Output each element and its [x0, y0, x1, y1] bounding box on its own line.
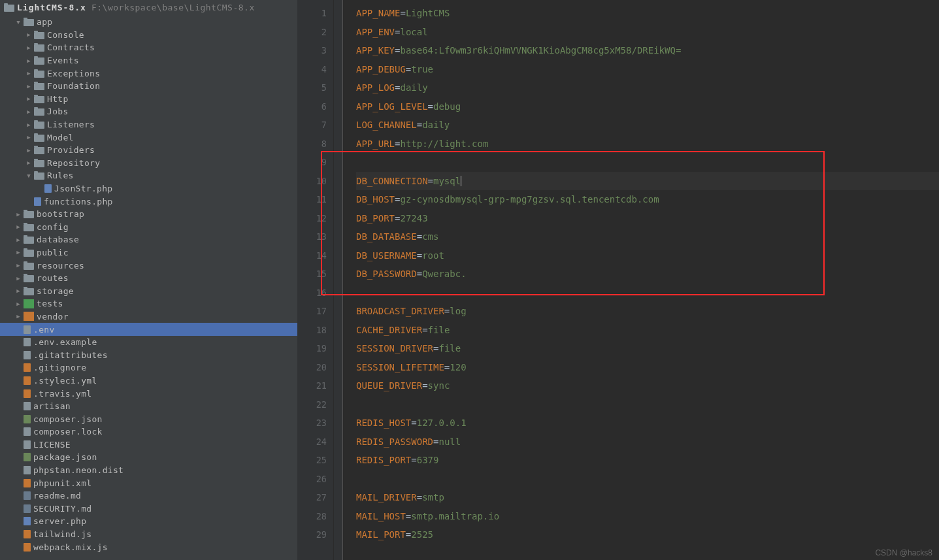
chevron-right-icon[interactable]: [25, 82, 33, 90]
tree-item[interactable]: routes: [0, 272, 297, 285]
code-line[interactable]: APP_ENV=local: [356, 23, 939, 42]
tree-item[interactable]: Providers: [0, 144, 297, 157]
project-sidebar[interactable]: LightCMS-8.x F:\workspace\base\LightCMS-…: [0, 0, 297, 560]
chevron-right-icon[interactable]: [25, 108, 33, 116]
chevron-right-icon[interactable]: [25, 121, 33, 129]
file-icon: [24, 479, 31, 487]
code-line[interactable]: DB_DATABASE=cms: [356, 227, 939, 246]
code-line[interactable]: DB_PASSWORD=Qwerabc.: [356, 265, 939, 284]
code-line[interactable]: APP_LOG=daily: [356, 78, 939, 97]
code-line[interactable]: MAIL_PORT=2525: [356, 525, 939, 544]
chevron-right-icon[interactable]: [25, 31, 33, 39]
tree-item[interactable]: .gitignore: [0, 361, 297, 374]
tree-item[interactable]: Model: [0, 131, 297, 144]
tree-item[interactable]: public: [0, 246, 297, 259]
tree-item[interactable]: webpack.mix.js: [0, 540, 297, 553]
tree-item[interactable]: Jobs: [0, 105, 297, 118]
code-line[interactable]: BROADCAST_DRIVER=log: [356, 302, 939, 321]
code-line[interactable]: APP_DEBUG=true: [356, 60, 939, 79]
tree-item[interactable]: composer.lock: [0, 425, 297, 438]
tree-item[interactable]: Exceptions: [0, 67, 297, 80]
code-line[interactable]: DB_CONNECTION=mysql: [356, 172, 939, 191]
code-line[interactable]: CACHE_DRIVER=file: [356, 321, 939, 340]
tree-item[interactable]: .styleci.yml: [0, 374, 297, 387]
chevron-down-icon[interactable]: [14, 18, 22, 26]
editor-pane[interactable]: 1234567891011121314151617181920212223242…: [297, 0, 939, 560]
tree-item[interactable]: Foundation: [0, 80, 297, 93]
tree-item[interactable]: tailwind.js: [0, 528, 297, 541]
code-line[interactable]: APP_KEY=base64:LfOwm3r6kiQHmVVNGK1KioAbg…: [356, 41, 939, 60]
code-line[interactable]: REDIS_PASSWORD=null: [356, 433, 939, 452]
code-line[interactable]: QUEUE_DRIVER=sync: [356, 376, 939, 395]
chevron-right-icon[interactable]: [14, 312, 22, 320]
tree-item[interactable]: artisan: [0, 400, 297, 413]
tree-item[interactable]: phpunit.xml: [0, 476, 297, 489]
code-line[interactable]: APP_LOG_LEVEL=debug: [356, 97, 939, 116]
tree-item[interactable]: app: [0, 16, 297, 29]
code-line[interactable]: [356, 395, 939, 414]
file-icon: [24, 491, 31, 500]
tree-item[interactable]: config: [0, 221, 297, 234]
chevron-right-icon[interactable]: [14, 261, 22, 269]
tree-item[interactable]: Http: [0, 93, 297, 106]
chevron-right-icon[interactable]: [14, 248, 22, 256]
tree-item[interactable]: resources: [0, 259, 297, 272]
chevron-right-icon[interactable]: [25, 69, 33, 77]
code-line[interactable]: [356, 153, 939, 172]
tree-item[interactable]: package.json: [0, 451, 297, 464]
chevron-right-icon[interactable]: [25, 44, 33, 52]
tree-item[interactable]: SECURITY.md: [0, 502, 297, 516]
project-tree[interactable]: appConsoleContractsEventsExceptionsFound…: [0, 14, 297, 555]
chevron-right-icon[interactable]: [14, 287, 22, 295]
tree-item[interactable]: .env.example: [0, 336, 297, 349]
chevron-right-icon[interactable]: [14, 210, 22, 218]
chevron-down-icon[interactable]: [25, 172, 33, 180]
tree-item[interactable]: vendor: [0, 310, 297, 323]
chevron-right-icon[interactable]: [14, 223, 22, 231]
chevron-right-icon[interactable]: [25, 159, 33, 167]
tree-item[interactable]: database: [0, 233, 297, 246]
tree-item[interactable]: bootstrap: [0, 208, 297, 221]
code-line[interactable]: REDIS_PORT=6379: [356, 451, 939, 470]
code-line[interactable]: APP_URL=http://light.com: [356, 135, 939, 154]
code-line[interactable]: [356, 284, 939, 303]
code-line[interactable]: SESSION_DRIVER=file: [356, 339, 939, 358]
tree-item[interactable]: readme.md: [0, 489, 297, 502]
code-line[interactable]: DB_HOST=gz-cynosdbmysql-grp-mpg7gzsv.sql…: [356, 190, 939, 209]
chevron-right-icon[interactable]: [14, 300, 22, 308]
code-line[interactable]: DB_PORT=27243: [356, 209, 939, 228]
tree-item[interactable]: phpstan.neon.dist: [0, 464, 297, 477]
tree-item[interactable]: JsonStr.php: [0, 182, 297, 195]
chevron-right-icon[interactable]: [25, 146, 33, 154]
tree-item[interactable]: Rules: [0, 169, 297, 182]
tree-item[interactable]: Contracts: [0, 41, 297, 54]
tree-item[interactable]: LICENSE: [0, 438, 297, 452]
tree-item[interactable]: Console: [0, 29, 297, 42]
project-header[interactable]: LightCMS-8.x F:\workspace\base\LightCMS-…: [0, 0, 297, 14]
tree-item[interactable]: storage: [0, 284, 297, 297]
tree-item[interactable]: .travis.yml: [0, 387, 297, 400]
chevron-right-icon[interactable]: [14, 274, 22, 282]
tree-item[interactable]: Listeners: [0, 118, 297, 131]
code-line[interactable]: MAIL_HOST=smtp.mailtrap.io: [356, 507, 939, 526]
chevron-right-icon[interactable]: [25, 133, 33, 141]
chevron-right-icon[interactable]: [14, 236, 22, 244]
code-line[interactable]: SESSION_LIFETIME=120: [356, 358, 939, 377]
code-line[interactable]: REDIS_HOST=127.0.0.1: [356, 414, 939, 433]
tree-item[interactable]: .env: [0, 323, 297, 336]
tree-item[interactable]: functions.php: [0, 195, 297, 208]
code-line[interactable]: DB_USERNAME=root: [356, 246, 939, 265]
tree-item[interactable]: tests: [0, 297, 297, 310]
tree-item[interactable]: Events: [0, 54, 297, 67]
chevron-right-icon[interactable]: [25, 57, 33, 65]
code-area[interactable]: APP_NAME=LightCMSAPP_ENV=localAPP_KEY=ba…: [343, 0, 939, 560]
code-line[interactable]: APP_NAME=LightCMS: [356, 4, 939, 23]
code-line[interactable]: MAIL_DRIVER=smtp: [356, 488, 939, 507]
tree-item[interactable]: composer.json: [0, 412, 297, 425]
tree-item[interactable]: .gitattributes: [0, 348, 297, 361]
code-line[interactable]: [356, 470, 939, 489]
tree-item[interactable]: Repository: [0, 157, 297, 170]
code-line[interactable]: LOG_CHANNEL=daily: [356, 116, 939, 135]
chevron-right-icon[interactable]: [25, 95, 33, 103]
tree-item[interactable]: server.php: [0, 515, 297, 528]
